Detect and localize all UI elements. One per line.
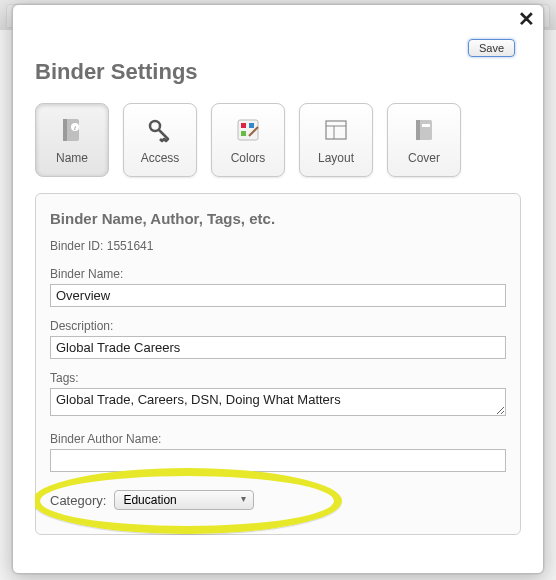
tab-label: Layout: [318, 151, 354, 165]
close-icon[interactable]: ✕: [518, 9, 535, 29]
category-label: Category:: [50, 493, 106, 508]
binder-name-label: Binder Name:: [50, 267, 506, 281]
cover-icon: [409, 115, 439, 145]
description-label: Description:: [50, 319, 506, 333]
tags-label: Tags:: [50, 371, 506, 385]
tab-cover[interactable]: Cover: [387, 103, 461, 177]
binder-name-input[interactable]: [50, 284, 506, 307]
binder-id-label: Binder ID:: [50, 239, 103, 253]
tab-access[interactable]: Access: [123, 103, 197, 177]
description-input[interactable]: [50, 336, 506, 359]
svg-rect-1: [63, 119, 67, 141]
tab-name[interactable]: i Name: [35, 103, 109, 177]
tab-label: Access: [141, 151, 180, 165]
field-binder-name: Binder Name:: [50, 267, 506, 307]
svg-rect-9: [326, 121, 346, 139]
svg-rect-13: [416, 120, 420, 140]
svg-rect-7: [249, 123, 254, 128]
tags-input[interactable]: Global Trade, Careers, DSN, Doing What M…: [50, 388, 506, 416]
category-row: Category: Education: [50, 490, 506, 510]
binder-info-icon: i: [57, 115, 87, 145]
field-author: Binder Author Name:: [50, 432, 506, 472]
author-label: Binder Author Name:: [50, 432, 506, 446]
key-icon: [145, 115, 175, 145]
tab-bar: i Name Access Colors Layout: [35, 103, 521, 177]
save-button[interactable]: Save: [468, 39, 515, 57]
category-select[interactable]: Education: [114, 490, 254, 510]
page-title: Binder Settings: [35, 59, 521, 85]
binder-id-value: 1551641: [107, 239, 154, 253]
author-input[interactable]: [50, 449, 506, 472]
layout-icon: [321, 115, 351, 145]
tab-colors[interactable]: Colors: [211, 103, 285, 177]
svg-rect-14: [422, 124, 430, 127]
tab-label: Name: [56, 151, 88, 165]
svg-rect-6: [241, 123, 246, 128]
palette-icon: [233, 115, 263, 145]
binder-id-line: Binder ID: 1551641: [50, 239, 506, 253]
tab-label: Cover: [408, 151, 440, 165]
tab-layout[interactable]: Layout: [299, 103, 373, 177]
tab-label: Colors: [231, 151, 266, 165]
svg-rect-8: [241, 131, 246, 136]
field-description: Description:: [50, 319, 506, 359]
modal-content: Binder Settings i Name Access Colors: [35, 59, 521, 561]
settings-modal: ✕ Save Binder Settings i Name Access: [12, 4, 544, 574]
field-tags: Tags: Global Trade, Careers, DSN, Doing …: [50, 371, 506, 420]
svg-text:i: i: [74, 124, 76, 132]
panel-heading: Binder Name, Author, Tags, etc.: [50, 210, 506, 227]
details-panel: Binder Name, Author, Tags, etc. Binder I…: [35, 193, 521, 535]
